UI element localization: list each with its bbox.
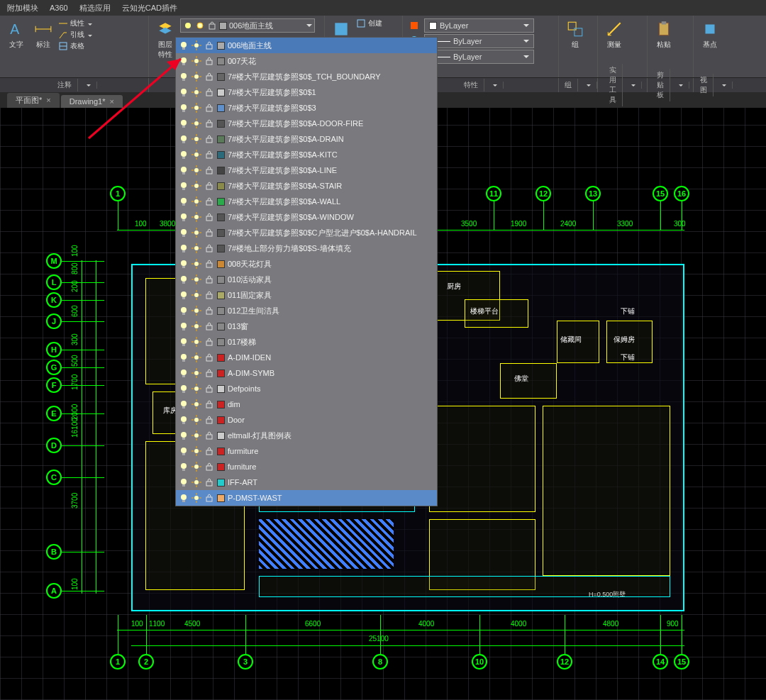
text-button[interactable]: A 文字 [4, 18, 28, 51]
dim-text: 3700 [71, 493, 79, 509]
layer-name: 7#楼大平层建筑参照$0$1 [228, 87, 316, 98]
leader-button[interactable]: 引线 [58, 30, 92, 40]
layer-name: A-DIM-IDEN [228, 353, 271, 362]
layer-name: 7#楼大平层建筑参照$0$_TCH_BOUNDARY [228, 72, 381, 82]
layer-item[interactable]: furniture [176, 459, 437, 474]
sun-icon [192, 181, 201, 191]
grid-bubble: M [46, 253, 62, 269]
close-icon[interactable]: × [46, 96, 50, 104]
lock-icon [204, 290, 214, 300]
tab-a360[interactable]: A360 [44, 4, 74, 12]
layer-item[interactable]: 006地面主线 [176, 38, 437, 53]
layer-item[interactable]: 007天花 [176, 53, 437, 69]
layer-item[interactable]: furmiture [176, 443, 437, 459]
lock-icon [204, 384, 214, 394]
svg-point-169 [194, 324, 199, 328]
table-button[interactable]: 表格 [58, 41, 92, 51]
panel-view[interactable]: 视图 [694, 78, 733, 92]
panel-annotate[interactable]: 注释 [0, 78, 149, 92]
layer-item[interactable]: dim [176, 396, 437, 412]
svg-point-177 [194, 340, 199, 344]
layer-item[interactable]: 010活动家具 [176, 272, 437, 287]
grid-bubble: 16 [674, 186, 689, 201]
dim-text: 100 [135, 220, 147, 228]
layer-item[interactable]: 012卫生间洁具 [176, 303, 437, 318]
layer-item[interactable]: 7#楼大平层建筑参照$0$A-STAIR [176, 178, 437, 194]
linetype-dropdown[interactable]: ByLayer [424, 50, 534, 64]
layer-item[interactable]: 7#楼大平层建筑参照$0$A-DOOR-FIRE [176, 116, 437, 131]
sun-icon [192, 150, 201, 160]
svg-point-65 [194, 121, 199, 126]
measure-button[interactable]: 测量 [602, 18, 626, 51]
panel-clip[interactable]: 剪贴板 [648, 78, 694, 92]
layer-item[interactable]: 7#楼大平层建筑参照$0$_TCH_BOUNDARY [176, 69, 437, 84]
linetype-button[interactable]: 线性 [58, 18, 92, 28]
layer-item[interactable]: 7#楼大平层建筑参照$0$A-WINDOW [176, 209, 437, 225]
svg-rect-118 [206, 216, 212, 221]
layer-item[interactable]: eltmall-灯具图例表 [176, 428, 437, 443]
layer-item[interactable]: P-DMST-WAST [176, 490, 437, 506]
color-swatch [217, 276, 225, 284]
layer-item[interactable]: 008天花灯具 [176, 256, 437, 272]
panel-util[interactable]: 实用工具 [598, 78, 648, 92]
svg-point-33 [194, 59, 199, 63]
svg-point-151 [181, 291, 187, 297]
layer-name: 7#楼大平层建筑参照$0$A-DOOR-FIRE [228, 118, 363, 129]
layer-item[interactable]: 7#楼大平层建筑参照$0$A-LINE [176, 162, 437, 178]
dim-text: 800 [71, 262, 79, 274]
group-button[interactable]: 组 [563, 18, 587, 51]
layer-item[interactable]: 7#楼大平层建筑参照$0$1 [176, 84, 437, 100]
svg-point-31 [181, 57, 187, 63]
lightbulb-icon [179, 462, 189, 472]
lock-icon [204, 118, 214, 128]
grid-bubble: H [46, 342, 62, 357]
color-swatch [217, 448, 225, 455]
layer-item[interactable]: 013窗 [176, 318, 437, 334]
create-block-button[interactable]: 创建 [356, 18, 382, 28]
svg-rect-72 [182, 141, 185, 143]
match-properties-icon[interactable] [407, 18, 421, 33]
tab-plugin[interactable]: 云知光CAD插件 [116, 3, 183, 13]
dim-text: 2400 [560, 220, 576, 228]
doc-tab-2[interactable]: Drawing1*× [61, 95, 123, 108]
layer-item[interactable]: 7#楼大平层建筑参照$0$C户型北进户$0$A-HANDRAIL [176, 225, 437, 240]
svg-rect-128 [182, 250, 185, 252]
basepoint-button[interactable]: 基点 [698, 18, 722, 51]
tab-featured[interactable]: 精选应用 [74, 3, 116, 13]
sun-icon [192, 306, 201, 316]
sun-icon [192, 352, 201, 362]
layer-item[interactable]: Defpoints [176, 381, 437, 396]
grid-bubble: G [46, 360, 62, 375]
lightbulb-icon [179, 40, 189, 50]
layer-item[interactable]: 7#楼地上部分剪力墙$0$S-墙体填充 [176, 240, 437, 256]
layer-item[interactable]: 7#楼大平层建筑参照$0$A-DRAIN [176, 131, 437, 147]
layer-item[interactable]: IFF-ART [176, 474, 437, 490]
svg-point-47 [181, 89, 187, 94]
layer-item[interactable]: Door [176, 412, 437, 428]
sun-icon [192, 103, 201, 113]
sun-icon [192, 462, 201, 472]
paste-button[interactable]: 粘贴 [652, 18, 676, 51]
color-swatch [217, 291, 225, 299]
dimension-button[interactable]: 标注 [31, 18, 55, 51]
svg-point-193 [194, 371, 199, 375]
layer-properties-button[interactable]: 图层 特性 [153, 18, 177, 61]
svg-point-7 [185, 23, 191, 28]
layer-item[interactable]: 011固定家具 [176, 287, 437, 303]
close-icon[interactable]: × [109, 97, 113, 106]
layer-dropdown[interactable]: 006地面主线 [180, 18, 315, 33]
layer-item[interactable]: A-DIM-IDEN [176, 350, 437, 365]
layer-item[interactable]: 7#楼大平层建筑参照$0$3 [176, 100, 437, 116]
panel-group[interactable]: 组 [559, 78, 598, 92]
color-dropdown[interactable]: ByLayer [424, 18, 534, 33]
layer-item[interactable]: 017楼梯 [176, 334, 437, 350]
layer-item[interactable]: 7#楼大平层建筑参照$0$A-WALL [176, 194, 437, 209]
layer-item[interactable]: A-DIM-SYMB [176, 365, 437, 381]
layer-item[interactable]: 7#楼大平层建筑参照$0$A-KITC [176, 147, 437, 162]
tab-addon[interactable]: 附加模块 [1, 3, 44, 13]
lineweight-dropdown[interactable]: ByLayer [424, 34, 534, 48]
layer-dropdown-list[interactable]: 006地面主线 007天花 7#楼大平层建筑参照$0$_TCH_BOUNDARY… [175, 37, 438, 506]
doc-tab-1[interactable]: 平面图*× [7, 93, 60, 108]
svg-rect-64 [182, 126, 185, 128]
color-swatch [217, 245, 225, 252]
